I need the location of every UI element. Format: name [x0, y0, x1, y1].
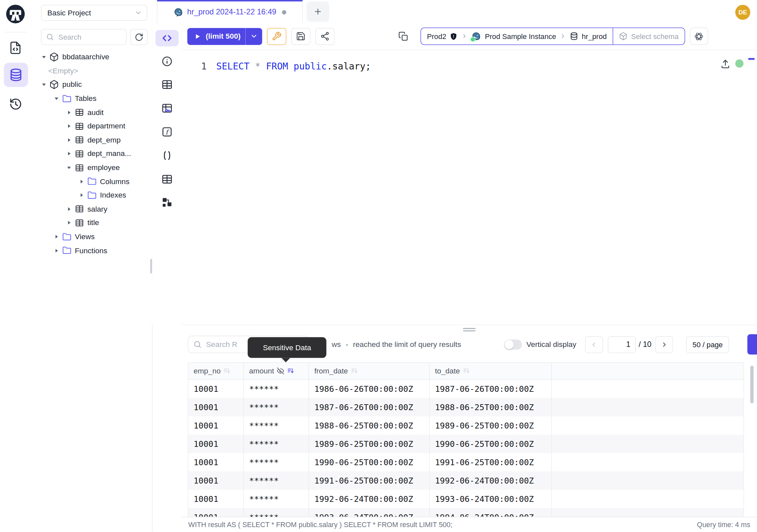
- table-cell: 10001: [188, 490, 244, 508]
- refresh-button[interactable]: [130, 29, 148, 45]
- tree-item-employee[interactable]: employee: [31, 161, 152, 174]
- tree-item-bbdataarchive[interactable]: bbdataarchive: [31, 50, 152, 64]
- table-scrollbar-thumb[interactable]: [750, 365, 753, 403]
- table-cell: 1990-06-25T00:00:00Z: [430, 435, 552, 453]
- table-row[interactable]: 10001******1990-06-25T00:00:00Z1991-06-2…: [188, 453, 744, 471]
- caret-right-icon[interactable]: [79, 193, 84, 198]
- tree-search-input[interactable]: [57, 32, 117, 42]
- caret-down-icon[interactable]: [42, 82, 46, 87]
- panel-splitter[interactable]: [181, 325, 757, 334]
- sort-icon[interactable]: [287, 367, 294, 375]
- table-relations-icon[interactable]: [161, 103, 172, 114]
- tree-item-label: Indexes: [100, 191, 126, 200]
- table-icon: [74, 108, 84, 117]
- history-icon[interactable]: [9, 97, 23, 111]
- upload-icon[interactable]: [720, 59, 731, 69]
- caret-right-icon[interactable]: [54, 234, 59, 239]
- page-size-select[interactable]: 50 / page: [686, 336, 729, 353]
- sql-editor[interactable]: 1 SELECT * FROM public.salary;: [181, 50, 757, 325]
- code-icon[interactable]: [161, 32, 172, 44]
- table-cell: 10001: [188, 416, 244, 435]
- caret-right-icon[interactable]: [67, 124, 71, 129]
- schema-diagram-icon[interactable]: [161, 197, 172, 208]
- sort-icon[interactable]: [462, 367, 470, 375]
- database-icon[interactable]: [9, 68, 23, 82]
- tree-item-audit[interactable]: audit: [31, 106, 152, 119]
- main-area: hr_prod 2024-11-22 16:49 + DE f: [152, 0, 757, 532]
- caret-right-icon[interactable]: [67, 220, 71, 225]
- tree-item-empty[interactable]: <Empty>: [31, 64, 152, 78]
- caret-down-icon[interactable]: [42, 55, 46, 60]
- project-select[interactable]: Basic Project: [41, 5, 147, 21]
- tree-item-functions[interactable]: Functions: [31, 244, 152, 258]
- status-bar: WITH result AS ( SELECT * FROM public.sa…: [181, 517, 757, 532]
- tree-item-title[interactable]: title: [31, 216, 152, 230]
- tree-item-views[interactable]: Views: [31, 230, 152, 243]
- tree-item-label: bbdataarchive: [62, 53, 109, 62]
- tab-hr-prod[interactable]: hr_prod 2024-11-22 16:49: [157, 0, 303, 23]
- tree-item-dept-emp[interactable]: dept_emp: [31, 133, 152, 147]
- page-number-input[interactable]: [608, 336, 636, 353]
- vertical-display-toggle[interactable]: [504, 339, 522, 350]
- function-icon[interactable]: f: [161, 126, 172, 138]
- caret-right-icon[interactable]: [67, 110, 71, 115]
- editor-icon-rail: f: [152, 23, 182, 325]
- bytebase-logo-icon[interactable]: [5, 3, 26, 24]
- worksheet-icon[interactable]: [8, 41, 23, 55]
- info-icon[interactable]: [161, 56, 172, 67]
- schema-select[interactable]: Select schema: [613, 28, 684, 45]
- share-button[interactable]: [315, 28, 335, 45]
- tree-item-indexes[interactable]: Indexes: [31, 188, 152, 202]
- tree-item-public[interactable]: public: [31, 78, 152, 92]
- caret-down-icon[interactable]: [54, 96, 59, 101]
- column-label: amount: [249, 366, 274, 375]
- admin-wrench-button[interactable]: [267, 28, 287, 45]
- tree-item-dept-mana[interactable]: dept_mana...: [31, 147, 152, 161]
- sort-icon[interactable]: [223, 367, 231, 375]
- table-row[interactable]: 10001******1988-06-25T00:00:00Z1989-06-2…: [188, 416, 744, 435]
- caret-right-icon[interactable]: [79, 179, 84, 184]
- ai-assistant-button[interactable]: [689, 27, 708, 45]
- avatar[interactable]: DE: [735, 5, 750, 20]
- panel-edge-button[interactable]: [747, 334, 757, 355]
- sort-icon[interactable]: [350, 367, 358, 375]
- caret-down-icon[interactable]: [67, 165, 71, 170]
- database-tree: bbdataarchive<Empty>publicTablesauditdep…: [31, 50, 152, 257]
- folder-icon: [62, 94, 71, 103]
- table-icon[interactable]: [161, 78, 172, 90]
- table-cell: 1993-06-24T00:00:00Z: [430, 490, 552, 508]
- column-header-from-date[interactable]: from_date: [309, 363, 430, 379]
- copy-icon[interactable]: [394, 28, 413, 45]
- parentheses-icon[interactable]: [161, 150, 172, 161]
- run-query-button[interactable]: (limit 500): [187, 28, 262, 45]
- next-page-button[interactable]: [655, 336, 674, 353]
- table-row[interactable]: 10001******1986-06-26T00:00:00Z1987-06-2…: [188, 380, 744, 398]
- save-button[interactable]: [291, 28, 311, 45]
- table-row[interactable]: 10001******1987-06-26T00:00:00Z1988-06-2…: [188, 398, 744, 416]
- column-header-amount[interactable]: amount: [244, 363, 309, 379]
- prev-page-button[interactable]: [585, 336, 603, 353]
- column-header-spacer[interactable]: [552, 363, 744, 379]
- new-tab-button[interactable]: +: [307, 1, 329, 22]
- caret-right-icon[interactable]: [54, 248, 59, 253]
- tree-item-label: Tables: [75, 94, 97, 103]
- tree-item-department[interactable]: department: [31, 119, 152, 133]
- table-row[interactable]: 10001******1992-06-24T00:00:00Z1993-06-2…: [188, 490, 744, 508]
- tree-item-tables[interactable]: Tables: [31, 92, 152, 106]
- table-row[interactable]: 10001******1991-06-25T00:00:00Z1992-06-2…: [188, 471, 744, 490]
- tree-item-columns[interactable]: Columns: [31, 174, 152, 188]
- shield-icon: [449, 32, 458, 40]
- column-header-emp-no[interactable]: emp_no: [188, 363, 244, 379]
- table-icon[interactable]: [161, 173, 172, 185]
- caret-right-icon[interactable]: [67, 151, 71, 156]
- tree-item-salary[interactable]: salary: [31, 202, 152, 216]
- caret-right-icon[interactable]: [67, 138, 71, 142]
- connection-context[interactable]: Prod2 Prod Sample Instance: [421, 28, 612, 45]
- caret-right-icon[interactable]: [67, 207, 71, 212]
- tree-item-label: dept_mana...: [87, 149, 131, 158]
- table-cell: 10001: [188, 453, 244, 471]
- table-row[interactable]: 10001******1989-06-25T00:00:00Z1990-06-2…: [188, 435, 744, 453]
- table-row[interactable]: 10001******1993-06-24T00:00:00Z1994-06-2…: [188, 508, 744, 517]
- column-header-to-date[interactable]: to_date: [430, 363, 552, 379]
- run-options-chevron-icon[interactable]: [246, 28, 262, 45]
